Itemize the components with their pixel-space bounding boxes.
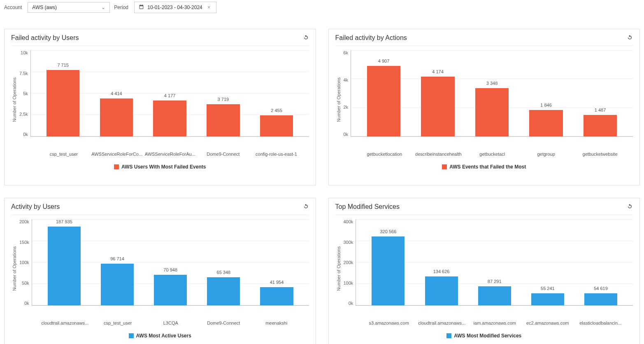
bar[interactable] <box>153 101 186 136</box>
y-ticks: 400k300k200k100k0k <box>342 219 356 306</box>
dashboard-grid: Failed activity by Users Number of Opera… <box>0 25 644 344</box>
bar[interactable] <box>260 115 293 136</box>
panel-top-services: Top Modified Services Number of Operatio… <box>328 198 640 344</box>
bar[interactable] <box>425 276 458 305</box>
bar[interactable] <box>48 227 81 305</box>
bar-slot: 41 954 <box>250 219 303 305</box>
x-tick-label: csp_test_user <box>37 152 90 157</box>
x-tick-label: AWSServiceRoleForCo... <box>91 152 144 157</box>
bar[interactable] <box>478 286 511 305</box>
x-tick-label: getgroup <box>519 152 573 157</box>
panel-failed-users: Failed activity by Users Number of Opera… <box>4 29 316 185</box>
bar-value-label: 4 174 <box>432 69 444 74</box>
y-ticks: 200k150k100k50k0k <box>18 219 32 306</box>
y-tick: 400k <box>344 219 353 224</box>
bar-slot: 4 177 <box>143 50 197 136</box>
period-value: 10-01-2023 - 04-30-2024 <box>147 5 202 10</box>
bar-slot: 2 455 <box>250 50 303 136</box>
bars: 7 715 4 414 4 177 3 719 2 455 <box>31 50 309 136</box>
bar-value-label: 55 241 <box>541 286 555 291</box>
bar[interactable] <box>260 287 293 305</box>
period-label: Period <box>114 5 128 10</box>
panel-title: Top Modified Services <box>335 203 400 211</box>
bar[interactable] <box>372 236 405 305</box>
period-input[interactable]: 10-01-2023 - 04-30-2024 × <box>134 2 216 13</box>
y-tick: 7.5k <box>19 71 28 76</box>
panel-title: Activity by Users <box>11 203 60 211</box>
bar[interactable] <box>101 264 134 305</box>
bar-value-label: 320 566 <box>380 229 396 234</box>
clear-period-icon[interactable]: × <box>206 5 212 10</box>
bar-slot: 96 714 <box>91 219 144 305</box>
legend-swatch <box>446 333 451 338</box>
x-tick-label: meenakshi <box>250 321 303 325</box>
bar[interactable] <box>207 277 240 305</box>
bar[interactable] <box>100 98 133 136</box>
y-tick: 5k <box>23 91 28 96</box>
bar-value-label: 54 619 <box>594 286 608 291</box>
refresh-icon[interactable] <box>627 203 633 211</box>
bar[interactable] <box>531 293 564 305</box>
bar[interactable] <box>584 293 617 305</box>
bar-slot: 187 935 <box>37 219 91 305</box>
x-tick-label: csp_test_user <box>91 321 144 325</box>
bar[interactable] <box>367 66 401 136</box>
bar-value-label: 1 487 <box>595 108 606 112</box>
bar[interactable] <box>529 110 563 136</box>
bars: 187 935 96 714 70 948 65 348 41 954 <box>32 219 309 305</box>
bar[interactable] <box>207 104 239 136</box>
y-tick: 6k <box>344 50 349 55</box>
bar-value-label: 7 715 <box>57 63 69 68</box>
calendar-icon <box>139 4 144 11</box>
panel-activity-users: Activity by Users Number of Operations 2… <box>4 198 316 344</box>
legend-text: AWS Users With Most Failed Events <box>121 164 206 170</box>
x-tick-label: L3CQA <box>144 321 198 325</box>
account-dropdown[interactable]: AWS (aws) ⌄ <box>28 2 110 13</box>
x-tick-label: cloudtrail.amazonaws... <box>38 321 91 325</box>
legend-swatch <box>442 164 447 169</box>
bar-value-label: 4 414 <box>111 91 122 96</box>
y-axis-label: Number of Operations <box>335 50 342 149</box>
y-axis-label: Number of Operations <box>335 219 342 318</box>
y-ticks: 10k7.5k5k2.5k0k <box>18 50 30 137</box>
bar-slot: 4 414 <box>90 50 143 136</box>
bar-slot: 7 715 <box>36 50 90 136</box>
bar-value-label: 1 846 <box>540 103 552 108</box>
legend-swatch <box>114 164 119 169</box>
refresh-icon[interactable] <box>627 34 633 42</box>
bar-value-label: 187 935 <box>56 219 72 224</box>
chevron-down-icon: ⌄ <box>101 5 105 10</box>
bar[interactable] <box>46 70 79 136</box>
bar-slot: 134 626 <box>415 219 468 305</box>
bar-slot: 55 241 <box>521 219 574 305</box>
bar-value-label: 65 348 <box>217 270 231 275</box>
y-tick: 200k <box>344 260 353 265</box>
bar[interactable] <box>584 115 617 136</box>
bar-slot: 4 174 <box>411 50 465 136</box>
x-tick-label: getbucketlocation <box>358 152 412 157</box>
bar[interactable] <box>475 88 509 136</box>
y-tick: 200k <box>19 219 29 224</box>
y-tick: 300k <box>344 240 353 245</box>
filter-bar: Account AWS (aws) ⌄ Period 10-01-2023 - … <box>0 0 644 16</box>
x-labels: getbucketlocationdescribeinstancehealthg… <box>352 149 633 157</box>
bar-value-label: 41 954 <box>270 280 284 285</box>
refresh-icon[interactable] <box>303 203 309 211</box>
bar-value-label: 96 714 <box>110 256 124 261</box>
x-labels: cloudtrail.amazonaws...csp_test_userL3CQ… <box>33 318 309 325</box>
chart-plot: 320 566 134 626 87 291 55 241 54 619 <box>356 219 633 306</box>
bar-slot: 70 948 <box>144 219 197 305</box>
y-tick: 50k <box>22 281 29 285</box>
y-tick: 2k <box>344 105 349 110</box>
y-tick: 0k <box>23 132 28 137</box>
y-axis-label: Number of Operations <box>11 50 18 149</box>
bar-value-label: 3 348 <box>486 81 498 86</box>
y-tick: 150k <box>19 240 29 245</box>
bar[interactable] <box>154 275 187 305</box>
bar-value-label: 4 177 <box>164 93 176 98</box>
bar[interactable] <box>421 77 455 136</box>
bar-slot: 87 291 <box>468 219 521 305</box>
bar-value-label: 87 291 <box>488 279 502 284</box>
y-tick: 100k <box>344 281 353 285</box>
refresh-icon[interactable] <box>303 34 309 42</box>
